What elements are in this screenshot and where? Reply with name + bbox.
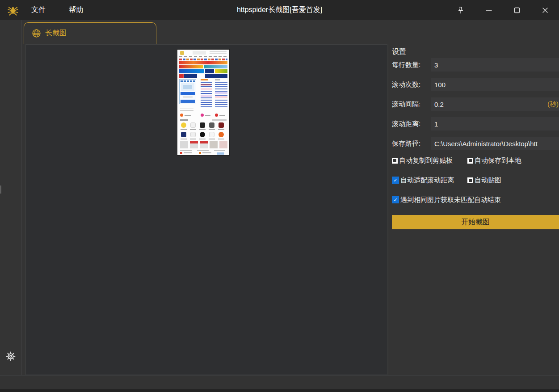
checkbox-label: 自动适配滚动距离 (400, 176, 454, 185)
menu-help[interactable]: 帮助 (67, 4, 85, 16)
scroll-interval-label: 滚动间隔: (392, 100, 431, 109)
checkbox-auto-copy-clipboard[interactable]: 自动复制到剪贴板 (392, 156, 467, 165)
checkbox-box[interactable]: ✓ (392, 196, 399, 203)
globe-icon (32, 29, 41, 38)
settings-header: 设置 (392, 47, 406, 57)
field-row-scroll-distance: 滚动距离: (392, 117, 559, 131)
checkbox-auto-fit-scroll-distance[interactable]: ✓ 自动适配滚动距离 (392, 176, 467, 185)
maximize-icon (513, 7, 521, 14)
gear-icon (5, 350, 17, 362)
status-bar (0, 375, 559, 389)
checkbox-auto-save-local[interactable]: 自动保存到本地 (467, 156, 521, 165)
left-rail (0, 20, 22, 375)
window-bottom-edge (0, 389, 559, 392)
panel-divider (388, 44, 388, 375)
pin-button[interactable] (446, 0, 475, 20)
menu-file[interactable]: 文件 (29, 4, 47, 16)
title-bar: 文件 帮助 httpspider长截图[吾爱首发] (0, 0, 559, 20)
checkbox-box[interactable] (467, 158, 473, 164)
edge-resize-handle[interactable] (0, 185, 1, 194)
checkbox-row-3: ✓ 遇到相同图片获取未匹配自动结束 (392, 196, 559, 204)
save-path-input[interactable] (431, 137, 559, 150)
field-row-save-path: 保存路径: (392, 137, 559, 150)
per-line-label: 每行数量: (392, 61, 431, 69)
start-capture-button[interactable]: 开始截图 (392, 215, 559, 229)
scroll-interval-input[interactable] (431, 97, 559, 111)
field-row-per-line: 每行数量: (392, 58, 559, 72)
checkbox-label: 自动贴图 (475, 176, 501, 185)
app-window: 文件 帮助 httpspider长截图[吾爱首发] (0, 0, 559, 392)
scroll-distance-label: 滚动距离: (392, 120, 431, 128)
tab-long-screenshot[interactable]: 长截图 (24, 22, 156, 44)
checkbox-label: 自动复制到剪贴板 (399, 156, 453, 165)
checkbox-label: 遇到相同图片获取未匹配自动结束 (400, 196, 501, 204)
close-button[interactable] (531, 0, 559, 20)
minimize-button[interactable] (475, 0, 503, 20)
settings-panel: 设置 每行数量: 滚动次数: 滚动间隔: (秒) 滚动距离: 保存路径: 自动复… (392, 44, 559, 375)
tab-label: 长截图 (45, 29, 67, 38)
checkbox-row-2: ✓ 自动适配滚动距离 自动贴图 (392, 176, 559, 184)
scroll-count-input[interactable] (431, 78, 559, 91)
minimize-icon (485, 7, 492, 14)
pin-icon (457, 6, 465, 14)
close-icon (542, 7, 549, 14)
menu-bar: 文件 帮助 (29, 0, 85, 20)
scroll-count-label: 滚动次数: (392, 80, 431, 89)
scroll-distance-input[interactable] (431, 117, 559, 131)
field-row-scroll-interval: 滚动间隔: (秒) (392, 97, 559, 111)
checkbox-label: 自动保存到本地 (475, 156, 521, 165)
checkbox-auto-paste-image[interactable]: 自动贴图 (467, 176, 501, 185)
page-thumbnail (177, 50, 229, 155)
save-path-label: 保存路径: (392, 139, 431, 148)
per-line-input[interactable] (431, 58, 559, 72)
checkbox-box[interactable] (467, 177, 473, 183)
checkbox-stop-on-duplicate[interactable]: ✓ 遇到相同图片获取未匹配自动结束 (392, 196, 501, 204)
spider-app-icon (6, 4, 20, 17)
checkbox-row-1: 自动复制到剪贴板 自动保存到本地 (392, 156, 559, 164)
checkbox-box[interactable] (392, 158, 398, 164)
window-controls (446, 0, 559, 20)
checkbox-box[interactable]: ✓ (392, 177, 399, 184)
maximize-button[interactable] (503, 0, 531, 20)
capture-preview-canvas (25, 44, 387, 375)
field-row-scroll-count: 滚动次数: (392, 78, 559, 91)
settings-gear-button[interactable] (5, 350, 17, 362)
